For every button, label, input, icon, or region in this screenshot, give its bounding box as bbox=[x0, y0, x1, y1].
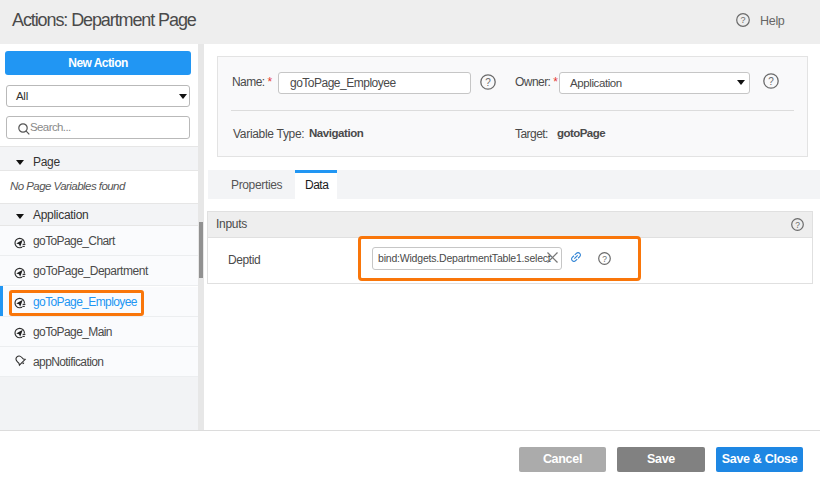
svg-text:?: ? bbox=[740, 15, 745, 25]
svg-text:?: ? bbox=[768, 76, 774, 87]
svg-text:?: ? bbox=[602, 254, 607, 264]
svg-text:?: ? bbox=[795, 220, 800, 230]
svg-text:?: ? bbox=[485, 77, 491, 88]
